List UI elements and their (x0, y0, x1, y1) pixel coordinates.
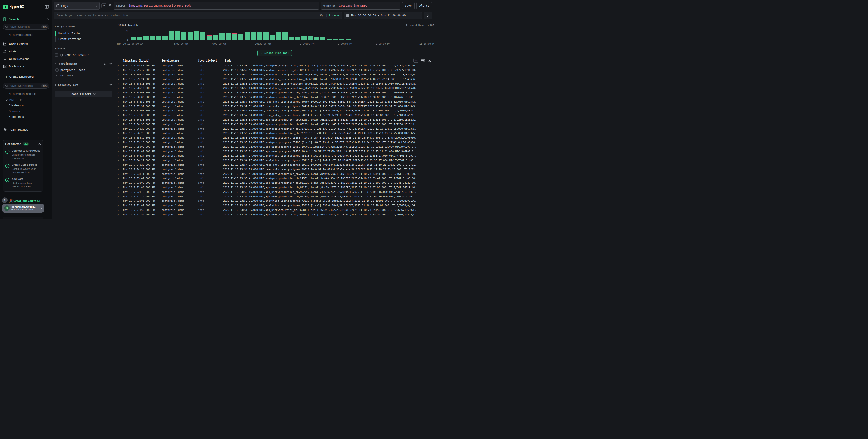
histogram-bar[interactable] (339, 30, 345, 40)
histogram-bar[interactable] (238, 30, 244, 40)
log-row[interactable]: ❯ Nov 10 5:53:41.000 PM postgresql-demo … (115, 176, 434, 181)
histogram-bar[interactable] (320, 30, 326, 40)
histogram-bar[interactable] (250, 30, 257, 40)
log-row[interactable]: ❯ Nov 10 5:59:47.000 PM postgresql-demo … (115, 68, 434, 72)
histogram-bar[interactable] (421, 30, 427, 40)
expand-row-chevron-icon[interactable]: ❯ (115, 191, 121, 193)
histogram-bar[interactable] (219, 30, 225, 40)
pin-icon[interactable] (109, 62, 112, 65)
expand-row-chevron-icon[interactable]: ❯ (115, 136, 121, 139)
alerts-button[interactable]: Alerts (416, 2, 432, 9)
load-more-button[interactable]: Load more (55, 74, 112, 77)
log-row[interactable]: ❯ Nov 10 5:54:25.000 PM postgresql-demo … (115, 167, 434, 171)
histogram-bar[interactable] (383, 30, 389, 40)
expand-row-chevron-icon[interactable]: ❯ (115, 69, 121, 71)
search-icon[interactable] (104, 62, 107, 65)
histogram-bar[interactable] (396, 30, 402, 40)
log-row[interactable]: ❯ Nov 10 5:53:00.000 PM postgresql-demo … (115, 181, 434, 185)
histogram-bar[interactable] (155, 30, 162, 40)
histogram-bar[interactable] (282, 30, 288, 40)
log-row[interactable]: ❯ Nov 10 5:57:52.000 PM postgresql-demo … (115, 99, 434, 104)
presets-toggle[interactable]: PRESETS (5, 99, 49, 101)
expand-row-chevron-icon[interactable]: ❯ (115, 109, 121, 112)
expand-row-chevron-icon[interactable]: ❯ (115, 87, 121, 89)
user-menu[interactable]: D dominic.tran@clic... dominic.tran@clic… (2, 203, 44, 213)
expand-row-chevron-icon[interactable]: ❯ (115, 155, 121, 157)
source-select[interactable]: Logs (54, 2, 100, 9)
histogram-bar[interactable] (389, 30, 396, 40)
log-row[interactable]: ❯ Nov 10 5:57:00.000 PM postgresql-demo … (115, 108, 434, 113)
log-row[interactable]: ❯ Nov 10 5:54:27.000 PM postgresql-demo … (115, 158, 434, 163)
log-row[interactable]: ❯ Nov 10 5:58:13.000 PM postgresql-demo … (115, 86, 434, 91)
histogram-bar[interactable] (313, 30, 320, 40)
expand-row-chevron-icon[interactable]: ❯ (115, 73, 121, 76)
checkbox[interactable] (55, 53, 58, 57)
expand-row-chevron-icon[interactable]: ❯ (115, 114, 121, 117)
expand-row-chevron-icon[interactable]: ❯ (115, 64, 121, 67)
histogram-bar[interactable] (206, 30, 212, 40)
log-row[interactable]: ❯ Nov 10 5:51:55.000 PM postgresql-demo … (115, 212, 434, 217)
expand-row-chevron-icon[interactable]: ❯ (115, 83, 121, 85)
chevron-up-icon[interactable] (38, 143, 41, 145)
expand-row-chevron-icon[interactable]: ❯ (115, 146, 121, 148)
mode-event-patterns[interactable]: Event Patterns (55, 36, 112, 42)
log-row[interactable]: ❯ Nov 10 5:53:00.000 PM postgresql-demo … (115, 185, 434, 190)
preset-services[interactable]: Services (9, 109, 49, 113)
collapse-sidebar-icon[interactable] (45, 5, 49, 9)
expand-row-chevron-icon[interactable]: ❯ (115, 182, 121, 184)
log-row[interactable]: ❯ Nov 10 5:55:02.000 PM postgresql-demo … (115, 145, 434, 149)
histogram-bar[interactable] (130, 30, 136, 40)
histogram-bar[interactable] (175, 30, 181, 40)
results-histogram[interactable]: 2K 0 Nov 10 12:00:00 AM4:00:00 AM7:00:00… (118, 29, 434, 47)
column-header-severitytext[interactable]: SeverityText (196, 59, 223, 62)
checkbox[interactable] (55, 68, 59, 71)
pin-icon[interactable] (109, 84, 112, 87)
toggle-sql[interactable]: SQL (319, 14, 324, 17)
expand-row-chevron-icon[interactable]: ❯ (115, 132, 121, 134)
histogram-bar[interactable] (269, 30, 276, 40)
edit-columns-code-icon[interactable]: <> (413, 58, 418, 63)
resume-live-tail-button[interactable]: Resume Live Tail (257, 50, 292, 56)
histogram-bar[interactable] (358, 30, 364, 40)
log-row[interactable]: ❯ Nov 10 5:59:24.000 PM postgresql-demo … (115, 77, 434, 82)
log-row[interactable]: ❯ Nov 10 5:56:25.000 PM postgresql-demo … (115, 126, 434, 131)
expand-row-chevron-icon[interactable]: ❯ (115, 200, 121, 202)
preset-kubernetes[interactable]: Kubernetes (9, 115, 49, 119)
date-range-picker[interactable]: Nov 10 00:00:00 - Nov 11 00:00:00 (343, 12, 422, 20)
histogram-bar[interactable] (288, 30, 294, 40)
code-view-icon[interactable]: <> (101, 3, 106, 8)
log-row[interactable]: ❯ Nov 10 5:52:01.000 PM postgresql-demo … (115, 203, 434, 208)
log-row[interactable]: ❯ Nov 10 5:58:06.000 PM postgresql-demo … (115, 95, 434, 100)
expand-row-chevron-icon[interactable]: ❯ (115, 168, 121, 171)
log-row[interactable]: ❯ Nov 10 5:55:19.000 PM postgresql-demo … (115, 140, 434, 145)
expand-row-chevron-icon[interactable]: ❯ (115, 204, 121, 207)
log-row[interactable]: ❯ Nov 10 5:52:16.000 PM postgresql-demo … (115, 190, 434, 194)
log-row[interactable]: ❯ Nov 10 5:58:06.000 PM postgresql-demo … (115, 91, 434, 95)
toggle-lucene[interactable]: Lucene (329, 14, 339, 17)
histogram-bar[interactable] (200, 30, 206, 40)
log-row[interactable]: ❯ Nov 10 5:53:41.000 PM postgresql-demo … (115, 171, 434, 176)
create-dashboard-button[interactable]: + Create Dashboard (5, 73, 49, 80)
log-row[interactable]: ❯ Nov 10 5:57:00.000 PM postgresql-demo … (115, 113, 434, 118)
histogram-bar[interactable] (231, 30, 238, 40)
expand-row-chevron-icon[interactable]: ❯ (115, 209, 121, 211)
denoise-results-checkbox[interactable]: Denoise Results (55, 53, 112, 57)
expand-row-chevron-icon[interactable]: ❯ (115, 91, 121, 94)
sidebar-item-search[interactable]: Search (3, 17, 49, 21)
select-columns-input[interactable]: SELECT Timestamp,ServiceName,SeverityTex… (114, 2, 319, 9)
sidebar-item-dashboards[interactable]: Dashboards (3, 63, 49, 70)
expand-row-chevron-icon[interactable]: ❯ (115, 119, 121, 121)
histogram-bar[interactable] (307, 30, 314, 40)
wrap-lines-icon[interactable] (421, 59, 425, 62)
histogram-bar[interactable] (402, 30, 408, 40)
histogram-bar[interactable] (276, 30, 282, 40)
histogram-bar[interactable] (294, 30, 301, 40)
order-by-input[interactable]: ORDER BY TimestampTime DESC (321, 2, 400, 9)
histogram-bar[interactable] (244, 30, 250, 40)
column-header-timestamp[interactable]: Timestamp (Local) (121, 59, 160, 62)
log-row[interactable]: ❯ Nov 10 5:56:33.000 PM postgresql-demo … (115, 118, 434, 122)
histogram-bar[interactable] (212, 30, 219, 40)
expand-row-chevron-icon[interactable]: ❯ (115, 123, 121, 126)
more-filters-button[interactable]: More filters (55, 91, 112, 97)
preset-clickhouse[interactable]: ClickHouse (9, 104, 49, 107)
